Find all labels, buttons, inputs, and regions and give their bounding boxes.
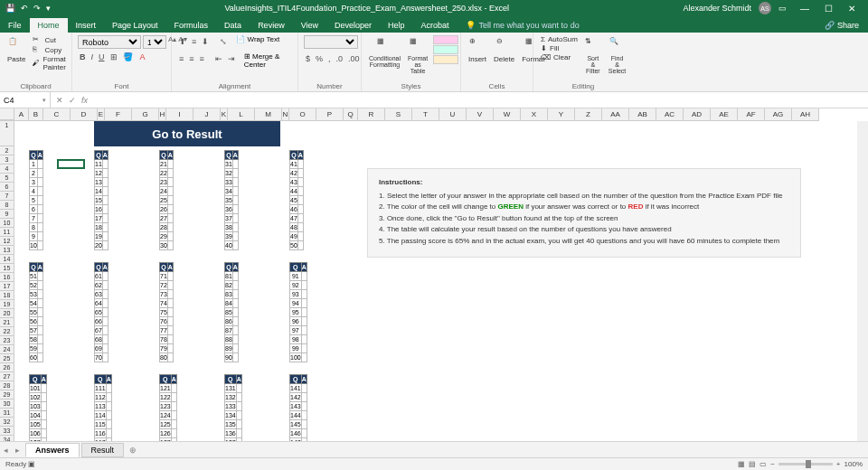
add-sheet-button[interactable]: ⊕: [124, 446, 142, 455]
answer-cell[interactable]: [41, 420, 46, 429]
row-header-33[interactable]: 33: [0, 427, 14, 436]
paste-button[interactable]: 📋Paste: [5, 35, 27, 65]
row-header-2[interactable]: 2: [0, 146, 14, 155]
cell-style-1[interactable]: [433, 35, 458, 44]
col-header-AA[interactable]: AA: [602, 108, 629, 120]
answer-cell[interactable]: [232, 326, 238, 335]
wrap-text-button[interactable]: 📄 Wrap Text: [236, 35, 279, 46]
menu-page-layout[interactable]: Page Layout: [104, 18, 166, 33]
answer-cell[interactable]: [232, 178, 238, 187]
answer-cell[interactable]: [102, 169, 108, 178]
row-header-11[interactable]: 11: [0, 228, 14, 237]
sort-filter-button[interactable]: ⇅Sort & Filter: [583, 35, 603, 76]
col-header-R[interactable]: R: [358, 108, 385, 120]
undo-icon[interactable]: ↶: [21, 4, 28, 13]
answer-cell[interactable]: [236, 384, 241, 393]
answer-cell[interactable]: [41, 411, 46, 420]
answer-cell[interactable]: [232, 281, 238, 290]
answer-cell[interactable]: [297, 223, 303, 232]
answer-cell[interactable]: [167, 205, 173, 214]
col-header-P[interactable]: P: [316, 108, 344, 120]
answer-cell[interactable]: [167, 272, 173, 281]
currency-button[interactable]: $: [304, 54, 312, 63]
zoom-level[interactable]: 100%: [844, 460, 863, 468]
align-bottom-button[interactable]: ⬇: [200, 37, 211, 46]
col-header-L[interactable]: L: [228, 108, 255, 120]
redo-icon[interactable]: ↷: [33, 4, 41, 13]
answer-cell[interactable]: [301, 384, 307, 393]
select-all-corner[interactable]: [0, 108, 14, 120]
answer-cell[interactable]: [297, 187, 303, 196]
menu-formulas[interactable]: Formulas: [166, 18, 217, 33]
cell-style-3[interactable]: [433, 55, 458, 64]
col-header-G[interactable]: G: [132, 108, 159, 120]
menu-review[interactable]: Review: [250, 18, 293, 33]
answer-cell[interactable]: [167, 160, 173, 169]
answer-cell[interactable]: [167, 326, 173, 335]
increase-indent-button[interactable]: ⇥: [226, 54, 237, 69]
answer-cell[interactable]: [37, 160, 42, 169]
answer-cell[interactable]: [37, 205, 42, 214]
answer-cell[interactable]: [102, 281, 108, 290]
find-select-button[interactable]: 🔍Find & Select: [607, 35, 627, 76]
tell-me[interactable]: 💡Tell me what you want to do: [458, 18, 588, 33]
answer-cell[interactable]: [167, 344, 173, 353]
answer-cell[interactable]: [297, 196, 303, 205]
zoom-in-button[interactable]: +: [836, 460, 841, 468]
cut-button[interactable]: ✂Cut: [31, 35, 69, 44]
col-header-Y[interactable]: Y: [548, 108, 575, 120]
answer-cell[interactable]: [232, 308, 238, 317]
font-name-select[interactable]: Roboto: [78, 35, 141, 49]
sheet-tab-answers[interactable]: Answers: [25, 443, 80, 457]
answer-cell[interactable]: [102, 326, 108, 335]
answer-cell[interactable]: [41, 393, 46, 402]
answer-cell[interactable]: [171, 393, 176, 402]
answer-cell[interactable]: [232, 317, 238, 326]
row-header-29[interactable]: 29: [0, 390, 14, 400]
answer-cell[interactable]: [37, 214, 42, 223]
row-header-25[interactable]: 25: [0, 354, 14, 363]
answer-cell[interactable]: [167, 232, 173, 241]
answer-cell[interactable]: [301, 308, 307, 317]
answer-cell[interactable]: [232, 290, 238, 299]
answer-cell[interactable]: [102, 290, 108, 299]
answer-cell[interactable]: [37, 232, 42, 241]
answer-cell[interactable]: [301, 290, 307, 299]
answer-cell[interactable]: [167, 308, 173, 317]
row-header-28[interactable]: 28: [0, 381, 14, 390]
answer-cell[interactable]: [37, 335, 42, 344]
answer-cell[interactable]: [167, 214, 173, 223]
answer-cell[interactable]: [301, 393, 307, 402]
row-header-5[interactable]: 5: [0, 174, 14, 183]
row-header-22[interactable]: 22: [0, 327, 14, 336]
col-header-B[interactable]: B: [29, 108, 43, 120]
answer-cell[interactable]: [301, 317, 307, 326]
answer-cell[interactable]: [37, 299, 42, 308]
row-header-12[interactable]: 12: [0, 237, 14, 246]
answer-cell[interactable]: [171, 384, 176, 393]
answer-cell[interactable]: [297, 169, 303, 178]
col-header-X[interactable]: X: [521, 108, 548, 120]
col-header-S[interactable]: S: [385, 108, 412, 120]
answer-cell[interactable]: [232, 299, 238, 308]
align-left-button[interactable]: ≡: [177, 54, 185, 69]
answer-cell[interactable]: [167, 196, 173, 205]
answer-cell[interactable]: [297, 214, 303, 223]
answer-cell[interactable]: [301, 299, 307, 308]
answer-cell[interactable]: [102, 241, 108, 250]
answer-cell[interactable]: [37, 344, 42, 353]
cell-style-2[interactable]: [433, 45, 458, 54]
answer-cell[interactable]: [232, 223, 238, 232]
menu-data[interactable]: Data: [216, 18, 250, 33]
answer-cell[interactable]: [37, 187, 42, 196]
format-painter-button[interactable]: 🖌Format Painter: [31, 55, 69, 71]
answer-cell[interactable]: [236, 393, 241, 402]
row-header-23[interactable]: 23: [0, 336, 14, 345]
col-header-M[interactable]: M: [255, 108, 282, 120]
answer-cell[interactable]: [301, 420, 307, 429]
answer-cell[interactable]: [106, 420, 111, 429]
answer-cell[interactable]: [301, 281, 307, 290]
answer-cell[interactable]: [232, 232, 238, 241]
increase-decimal-button[interactable]: .0: [335, 54, 345, 63]
name-box[interactable]: ▾: [0, 92, 51, 108]
